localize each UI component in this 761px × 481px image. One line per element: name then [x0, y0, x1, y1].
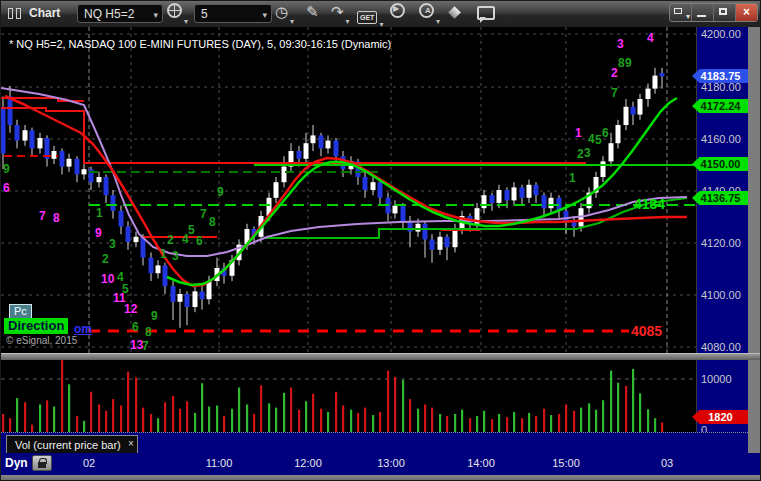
curve-arrow-icon: ↷ — [331, 3, 344, 20]
symbol-lookup-button[interactable]: ▾ — [167, 3, 182, 24]
svg-text:2: 2 — [102, 252, 109, 266]
direction-badge[interactable]: Direction — [4, 318, 68, 334]
restore-down-button[interactable]: ▾ — [670, 4, 692, 21]
svg-text:9: 9 — [217, 185, 224, 199]
svg-text:10: 10 — [101, 272, 115, 286]
interval-combobox[interactable]: 5 ▾ — [194, 4, 272, 23]
candlestick-series — [1, 68, 665, 328]
svg-text:2: 2 — [577, 147, 584, 161]
time-axis[interactable]: Dyn 0211:0012:0013:0014:0015:0003 — [1, 453, 761, 475]
play-icon: ▶ — [390, 3, 405, 18]
chevron-down-icon: ▾ — [436, 17, 440, 26]
get-data-button[interactable]: GET ▾ — [357, 6, 377, 27]
svg-text:7: 7 — [200, 207, 207, 221]
volume-series — [2, 360, 663, 432]
svg-text:2: 2 — [611, 66, 618, 80]
y-axis-label: 4160.00 — [701, 133, 741, 145]
chevron-down-icon[interactable]: ▾ — [262, 6, 267, 24]
svg-text:9: 9 — [151, 309, 158, 323]
svg-text:9: 9 — [95, 226, 102, 240]
svg-text:3: 3 — [584, 146, 591, 160]
price-tag: 1820 — [692, 410, 749, 424]
minimize-button[interactable] — [692, 4, 714, 21]
resistance-level-label: 4134 — [634, 196, 665, 212]
support-level-label: 4085 — [631, 323, 662, 339]
svg-text:6: 6 — [3, 181, 10, 195]
svg-text:8: 8 — [618, 56, 625, 70]
pencil-icon: ✎ — [306, 3, 319, 20]
diamond-icon — [448, 6, 461, 19]
svg-text:2: 2 — [167, 233, 174, 247]
y-axis-label: 4200.00 — [701, 28, 741, 40]
window-controls: ▾ × — [669, 3, 758, 22]
title-bar[interactable]: Chart NQ H5=2 ▾ ▾ 5 ▾ ◷ ▾ ✎ ↷ ▾ GET ▾ ▶ — [1, 1, 761, 28]
window-bottom-frame — [1, 475, 761, 481]
svg-text:9: 9 — [3, 162, 10, 176]
studies-button[interactable]: ↷ ▾ — [331, 3, 344, 24]
chevron-down-icon: ▾ — [290, 17, 294, 26]
comment-button[interactable] — [477, 3, 495, 24]
get-icon: GET — [357, 11, 377, 24]
pane-splitter[interactable] — [1, 353, 761, 360]
globe-icon — [167, 3, 182, 18]
x-axis-label: 15:00 — [544, 457, 588, 469]
window-title: Chart — [29, 6, 60, 20]
svg-text:5: 5 — [188, 223, 195, 237]
x-axis-label: 11:00 — [197, 457, 241, 469]
chevron-down-icon[interactable]: ▾ — [153, 6, 158, 24]
x-axis-label: 03 — [645, 457, 689, 469]
svg-text:9: 9 — [625, 56, 632, 70]
lock-icon[interactable] — [32, 455, 52, 471]
interval-value: 5 — [201, 7, 208, 21]
svg-text:3: 3 — [617, 37, 624, 51]
svg-text:7: 7 — [611, 86, 618, 100]
replay-button[interactable]: ▶ — [390, 3, 405, 24]
window-icon — [8, 8, 24, 19]
x-axis-label: 02 — [67, 457, 111, 469]
volume-pane[interactable] — [1, 360, 696, 432]
svg-text:8: 8 — [209, 215, 216, 229]
chart-window: Chart NQ H5=2 ▾ ▾ 5 ▾ ◷ ▾ ✎ ↷ ▾ GET ▾ ▶ — [0, 0, 761, 481]
chart-title: * NQ H5=2, NASDAQ 100 E-MINI FUTURES (DA… — [9, 38, 391, 50]
svg-text:1: 1 — [575, 126, 582, 140]
close-icon[interactable]: × — [128, 435, 134, 453]
svg-text:7: 7 — [142, 339, 149, 353]
y-axis-label: 4100.00 — [701, 289, 741, 301]
svg-text:1: 1 — [96, 206, 103, 220]
pc-badge[interactable]: Pc — [9, 304, 32, 319]
x-axis-label: 14:00 — [459, 457, 503, 469]
svg-text:1: 1 — [160, 247, 167, 261]
symbol-combobox[interactable]: NQ H5=2 ▾ — [77, 4, 163, 23]
pane-tab-strip: Vol (current price bar) × — [1, 432, 748, 453]
x-axis-label: 13:00 — [369, 457, 413, 469]
svg-text:5: 5 — [595, 133, 602, 147]
letter-a-icon: A — [419, 3, 434, 18]
svg-text:4: 4 — [647, 31, 654, 45]
svg-text:3: 3 — [172, 249, 179, 263]
svg-text:4: 4 — [588, 132, 595, 146]
price-pane[interactable]: 9678193210451112698137123456789123145672… — [1, 27, 696, 353]
svg-text:7: 7 — [39, 209, 46, 223]
tab-volume-study[interactable]: Vol (current price bar) × — [6, 435, 138, 455]
svg-text:8: 8 — [145, 325, 152, 339]
link-button[interactable] — [450, 3, 459, 24]
time-template-button[interactable]: ◷ ▾ — [275, 3, 288, 24]
om-link[interactable]: om — [74, 322, 92, 336]
maximize-button[interactable] — [714, 4, 736, 21]
close-button[interactable]: × — [736, 4, 757, 21]
tab-label: Vol (current price bar) — [15, 439, 121, 451]
dyn-mode-button[interactable]: Dyn — [5, 456, 28, 470]
svg-text:6: 6 — [196, 234, 203, 248]
svg-text:12: 12 — [124, 302, 138, 316]
svg-text:6: 6 — [132, 320, 139, 334]
y-axis-label: 10000 — [701, 373, 732, 385]
draw-tool-button[interactable]: ✎ — [306, 3, 319, 24]
svg-text:6: 6 — [602, 126, 609, 140]
clock-icon: ◷ — [275, 3, 288, 20]
svg-text:1: 1 — [569, 171, 576, 185]
auto-trade-button[interactable]: A ▾ — [419, 3, 434, 24]
copyright-label: © eSignal, 2015 — [6, 335, 77, 346]
svg-text:8: 8 — [53, 211, 60, 225]
y-axis-label: 4080.00 — [701, 341, 741, 353]
price-axis[interactable]: 4200.004180.004160.004140.004120.004100.… — [696, 27, 748, 453]
